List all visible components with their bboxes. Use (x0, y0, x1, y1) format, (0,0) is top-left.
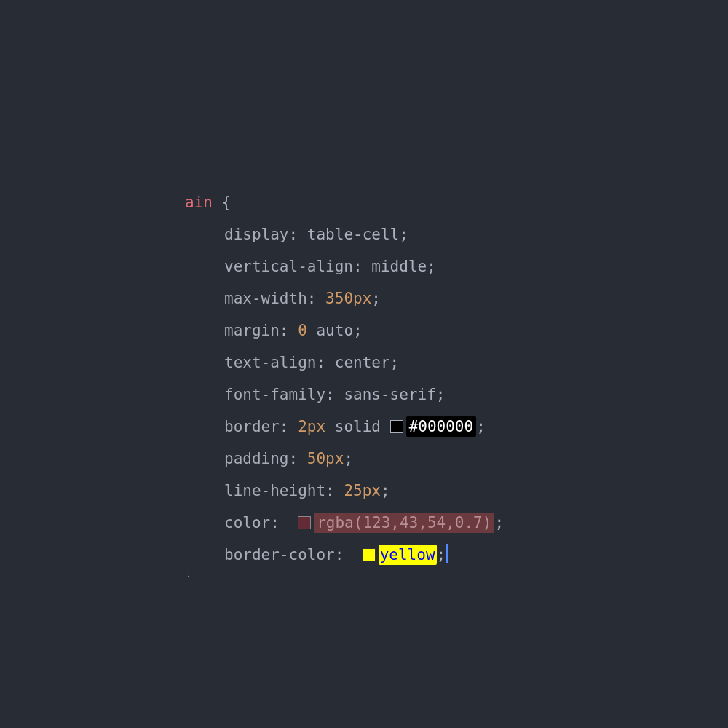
colon: : (289, 226, 307, 243)
css-color-value: yellow (379, 545, 437, 565)
code-editor[interactable]: ain {display: table-cell;vertical-align:… (185, 186, 504, 571)
semicolon: ; (399, 226, 408, 243)
colon: : (280, 418, 298, 435)
css-number: 2px (298, 418, 325, 435)
color-swatch-icon (390, 420, 403, 433)
code-line[interactable]: padding: 50px; (185, 443, 504, 475)
colon: : (353, 258, 371, 275)
semicolon: ; (371, 290, 381, 307)
code-line[interactable]: display: table-cell; (185, 218, 504, 250)
css-property: font-family (224, 386, 325, 403)
semicolon: ; (344, 450, 353, 467)
colon: : (325, 482, 344, 499)
css-property: display (224, 226, 289, 243)
code-line[interactable]: border-color: yellow; (185, 539, 504, 571)
css-property: line-height (224, 482, 325, 499)
text-cursor (446, 544, 448, 563)
css-number: 0 (298, 322, 307, 339)
colon: : (270, 514, 288, 531)
css-property: color (224, 514, 270, 531)
code-line[interactable]: margin: 0 auto; (185, 314, 504, 347)
css-value: table-cell (307, 226, 399, 243)
css-property: text-align (224, 354, 316, 371)
css-value: solid (335, 418, 381, 435)
css-value: center (335, 354, 390, 371)
code-line[interactable]: vertical-align: middle; (185, 250, 504, 282)
color-swatch-icon (363, 548, 376, 561)
code-line[interactable]: font-family: sans-serif; (185, 379, 504, 411)
css-number: 350px (325, 290, 371, 307)
css-property: margin (224, 322, 280, 339)
code-line[interactable]: border: 2px solid #000000; (185, 411, 504, 443)
css-number: 50px (307, 450, 344, 467)
semicolon: ; (476, 418, 486, 435)
colon: : (289, 450, 307, 467)
semicolon: ; (436, 386, 446, 403)
code-line[interactable]: ain { (185, 186, 504, 218)
colon: : (280, 322, 298, 339)
code-line[interactable]: max-width: 350px; (185, 282, 504, 314)
css-value: auto (316, 322, 353, 339)
colon: : (335, 546, 353, 563)
semicolon: ; (437, 546, 446, 563)
semicolon: ; (494, 514, 504, 531)
css-property: max-width (224, 290, 307, 307)
code-line[interactable]: color: rgba(123,43,54,0.7); (185, 507, 504, 539)
css-selector: ain (185, 194, 213, 211)
semicolon: ; (390, 354, 400, 371)
code-line[interactable]: text-align: center; (185, 347, 504, 379)
colon: : (316, 354, 334, 371)
color-swatch-icon (298, 516, 311, 529)
colon: : (325, 386, 344, 403)
css-color-value: rgba(123,43,54,0.7) (314, 513, 494, 533)
fold-marker: . (186, 568, 191, 579)
css-color-value: #000000 (406, 416, 477, 437)
code-line[interactable]: line-height: 25px; (185, 475, 504, 507)
css-value: sans-serif (344, 386, 435, 403)
css-property: border (224, 418, 280, 435)
brace-open: { (213, 194, 231, 211)
semicolon: ; (353, 322, 363, 339)
css-property: vertical-align (224, 258, 353, 275)
semicolon: ; (381, 482, 390, 499)
css-value: middle (371, 258, 427, 275)
css-number: 25px (344, 482, 381, 499)
colon: : (307, 290, 325, 307)
css-property: border-color (224, 546, 335, 563)
semicolon: ; (427, 258, 436, 275)
css-property: padding (224, 450, 289, 467)
